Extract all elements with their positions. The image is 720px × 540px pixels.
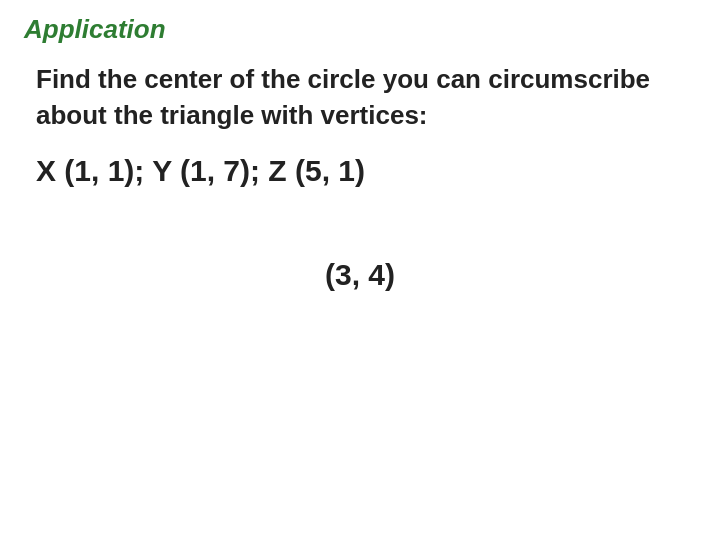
answer-line: (3, 4): [24, 258, 696, 292]
page-container: Application Find the center of the circl…: [0, 0, 720, 540]
section-title: Application: [24, 14, 696, 45]
description-text: Find the center of the circle you can ci…: [36, 61, 696, 134]
vertices-line: X (1, 1); Y (1, 7); Z (5, 1): [36, 154, 696, 188]
